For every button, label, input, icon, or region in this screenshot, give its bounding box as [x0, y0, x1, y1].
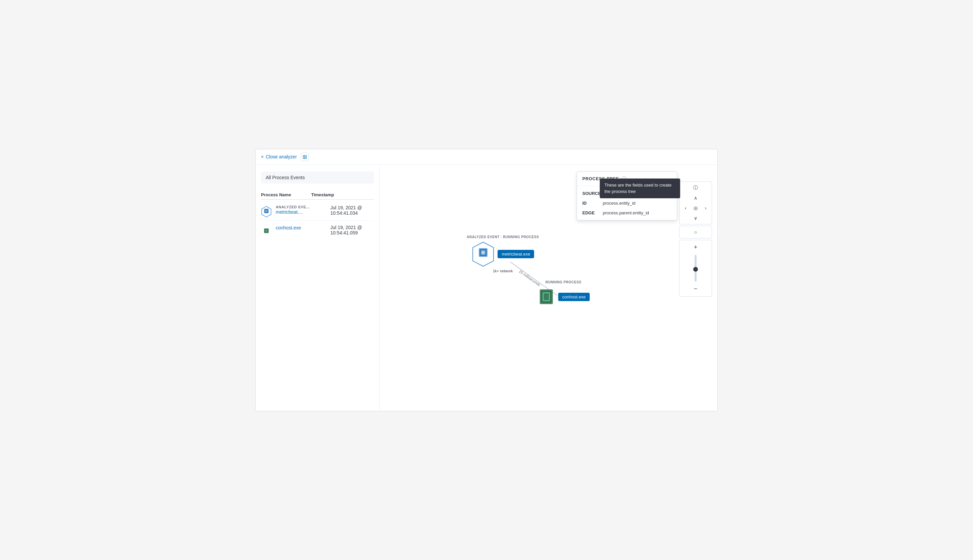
process-tree-popup: PROCESS TREE ⓘ SOURCE endpoint ID proces…: [577, 172, 677, 220]
process-event-label: ANALYZED EVE...: [276, 205, 320, 209]
node-conhost-icon: [537, 286, 556, 308]
controls-panel: ⓘ ∧ ‹ ◎ › ∨ ○ + −: [679, 182, 712, 297]
node-conhost[interactable]: RUNNING PROCESS conhost.exe: [537, 280, 590, 308]
field-row-edge: EDGE process.parent.entity_id: [582, 210, 671, 215]
nav-center-btn[interactable]: ◎: [691, 203, 700, 213]
svg-rect-13: [482, 252, 484, 253]
nav-right-btn[interactable]: ›: [701, 203, 710, 213]
graph-area: PROCESS TREE ⓘ SOURCE endpoint ID proces…: [380, 165, 718, 411]
content-area: All Process Events Process Name Timestam…: [255, 165, 718, 411]
svg-rect-3: [265, 210, 267, 212]
field-value-edge: process.parent.entity_id: [603, 210, 649, 215]
node-conhost-btn[interactable]: conhost.exe: [558, 293, 590, 301]
main-container: × Close analyzer ⊞ All Process Events Pr…: [255, 149, 718, 411]
close-analyzer-button[interactable]: × Close analyzer: [261, 154, 297, 160]
zoom-in-btn[interactable]: +: [691, 243, 700, 252]
timestamp-line1-conhost: Jul 19, 2021 @: [330, 225, 374, 230]
svg-rect-7: [265, 230, 267, 232]
process-link-conhost[interactable]: conhost.exe: [276, 225, 301, 230]
table-header: Process Name Timestamp: [261, 190, 374, 200]
left-panel: All Process Events Process Name Timestam…: [255, 165, 380, 411]
zoom-track: [694, 255, 697, 282]
top-bar: × Close analyzer ⊞: [255, 149, 718, 165]
timestamp-col-conhost: Jul 19, 2021 @ 10:54:41.059: [330, 225, 374, 235]
node-metricbeat[interactable]: ANALYZED EVENT · RUNNING PROCESS metricb…: [467, 235, 539, 273]
zoom-controls: + −: [679, 240, 712, 297]
process-name-col: conhost.exe: [276, 225, 320, 231]
node-analyzed-icon: [471, 241, 495, 268]
fit-screen-btn[interactable]: ○: [691, 227, 700, 237]
close-analyzer-label: Close analyzer: [266, 154, 297, 160]
layout-icon[interactable]: ⊞: [301, 153, 309, 161]
timestamp-col-metricbeat: Jul 19, 2021 @ 10:54:41.034: [330, 205, 374, 216]
timestamp-line2-metricbeat: 10:54:41.034: [330, 210, 374, 216]
node-conhost-label: RUNNING PROCESS: [546, 280, 581, 284]
tooltip-box: These are the fields used to create the …: [600, 178, 680, 198]
field-label-edge: EDGE: [582, 210, 597, 215]
field-row-id: ID process.entity_id: [582, 201, 671, 206]
all-process-events-label: All Process Events: [261, 172, 374, 183]
nav-down-btn[interactable]: ∨: [691, 213, 700, 223]
node-metricbeat-badge: 1k+ network: [493, 269, 513, 273]
process-icon-metricbeat: [261, 206, 272, 217]
zoom-thumb[interactable]: [693, 267, 698, 272]
close-icon: ×: [261, 154, 264, 160]
process-info-metricbeat: ANALYZED EVE... metricbeat.... Jul 19, 2…: [276, 205, 374, 216]
node-analyzed-label: ANALYZED EVENT · RUNNING PROCESS: [467, 235, 539, 239]
field-value-id: process.entity_id: [603, 201, 636, 206]
process-link-metricbeat[interactable]: metricbeat....: [276, 209, 303, 215]
timestamp-line2-conhost: 10:54:41.059: [330, 230, 374, 235]
fit-control: ○: [679, 226, 712, 238]
zoom-out-btn[interactable]: −: [691, 284, 700, 294]
field-label-source: SOURCE: [582, 191, 597, 196]
field-label-id: ID: [582, 201, 597, 206]
process-name-col: ANALYZED EVE... metricbeat....: [276, 205, 320, 215]
timestamp-line1-metricbeat: Jul 19, 2021 @: [330, 205, 374, 210]
process-icon-conhost: [261, 225, 272, 236]
nav-info-btn[interactable]: ⓘ: [691, 183, 700, 193]
col-process-name: Process Name: [261, 192, 291, 197]
svg-rect-17: [544, 293, 549, 300]
col-timestamp: Timestamp: [311, 192, 334, 197]
table-row[interactable]: ANALYZED EVE... metricbeat.... Jul 19, 2…: [261, 201, 374, 221]
table-row[interactable]: conhost.exe Jul 19, 2021 @ 10:54:41.059: [261, 221, 374, 240]
process-info-conhost: conhost.exe Jul 19, 2021 @ 10:54:41.059: [276, 225, 374, 235]
node-metricbeat-btn[interactable]: metricbeat.exe: [497, 250, 534, 258]
nav-controls: ⓘ ∧ ‹ ◎ › ∨: [679, 182, 712, 224]
nav-left-btn[interactable]: ‹: [681, 203, 690, 213]
nav-up-btn[interactable]: ∧: [691, 193, 700, 203]
